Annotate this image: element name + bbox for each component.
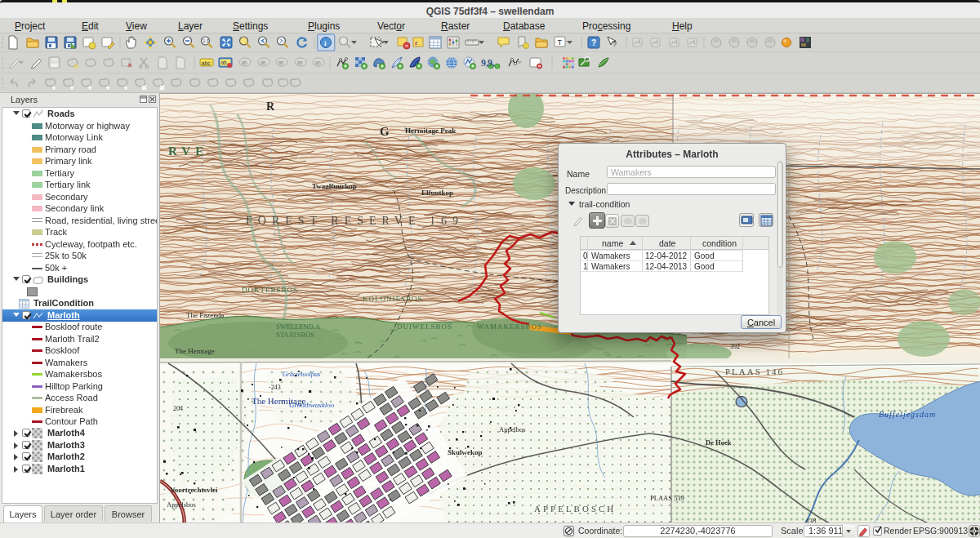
svg-text:204: 204 [173,405,183,412]
svg-text:De Hoek: De Hoek [706,438,732,447]
svg-text:ab: ab [221,60,228,65]
svg-text:DOKTERSBOS: DOKTERSBOS [242,286,298,294]
svg-text:?: ? [591,38,596,47]
svg-text:DUIWELSBOS: DUIWELSBOS [397,322,452,331]
svg-text:FOREST RESERVE 169: FOREST RESERVE 169 [246,215,464,227]
svg-text:Buffeljegsdam: Buffeljegsdam [879,410,936,419]
svg-text:ab: ab [297,60,304,65]
svg-text:PLAAS 539: PLAAS 539 [650,494,684,502]
svg-text:The Fazenda: The Fazenda [186,311,224,319]
svg-text:WAMAKERSBOS: WAMAKERSBOS [477,322,542,331]
svg-text:9,: 9, [488,57,495,69]
svg-text:-243: -243 [269,384,281,391]
svg-text:Voortrechtsvlei: Voortrechtsvlei [170,486,218,494]
svg-text:ab: ab [278,60,285,65]
svg-text:Hermitage Peak: Hermitage Peak [405,127,456,135]
svg-text:STAATSBOS: STAATSBOS [276,331,314,339]
svg-text:G: G [380,125,390,138]
svg-text:1:1: 1:1 [203,38,209,43]
svg-text:The Hermitage: The Hermitage [252,396,305,406]
svg-text:ε: ε [415,38,418,47]
svg-text:Elfuutkop: Elfuutkop [421,189,453,197]
svg-text:ab: ab [242,60,248,65]
svg-text:PLAAS 146: PLAAS 146 [725,367,784,376]
svg-text:ab: ab [261,60,267,65]
svg-text:Appelsbos: Appelsbos [167,500,196,509]
svg-text:?: ? [612,40,617,48]
svg-text:KOLONIESBOS: KOLONIESBOS [363,295,423,303]
svg-text:Twaalfuurkop: Twaalfuurkop [312,182,357,190]
svg-text:Gracietoolfius: Gracietoolfius [283,371,320,378]
svg-text:APPELBOSCH: APPELBOSCH [534,504,616,514]
svg-text:Appelbos: Appelbos [499,425,526,434]
svg-text:RVE: RVE [168,145,208,158]
svg-text:Skulwekop: Skulwekop [448,448,483,456]
svg-text:438: 438 [805,517,817,522]
svg-text:T: T [558,38,563,47]
svg-text:abc: abc [202,60,212,66]
svg-text:R: R [266,100,275,113]
svg-text:The Hemtage: The Hemtage [175,347,215,355]
svg-text:SWELLEND.A: SWELLEND.A [276,322,321,331]
svg-text:ab: ab [315,60,322,65]
svg-text:392: 392 [730,343,740,350]
